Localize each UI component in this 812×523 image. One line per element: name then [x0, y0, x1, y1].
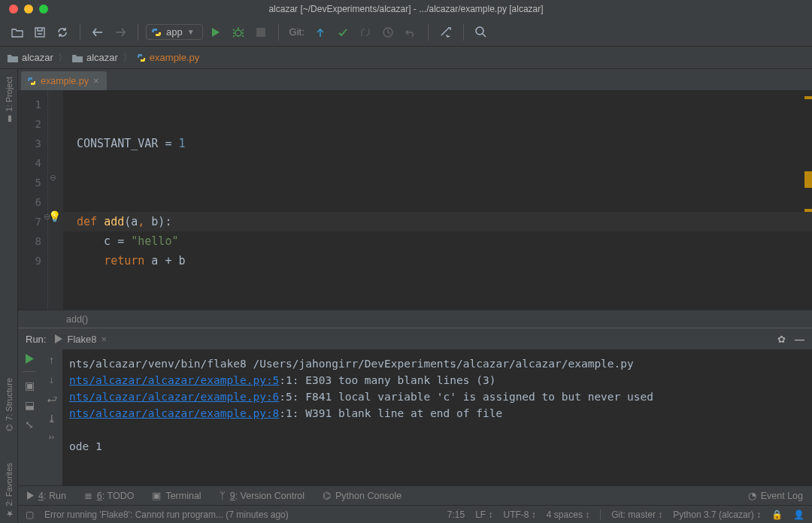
project-tool-button[interactable]: ▮ 1: Project [4, 72, 14, 128]
search-button[interactable] [471, 23, 491, 42]
crumb-label: alcazar [22, 52, 53, 63]
run-tool-window: Run: Flake8 × ✿ — ▣ ⬓ ⤡ [18, 328, 812, 485]
crumb-folder[interactable]: alcazar [72, 52, 118, 63]
status-bar: ▢ Error running 'Flake8': Cannot run pro… [18, 505, 812, 523]
crumb-file[interactable]: example.py [137, 52, 199, 63]
close-icon[interactable]: × [102, 334, 108, 345]
ide-man-icon[interactable]: 👤 [793, 509, 804, 520]
caret-position[interactable]: 7:15 [447, 509, 465, 520]
editor-tab-label: example.py [41, 76, 89, 86]
intention-bulb-icon[interactable]: 💡 [48, 210, 61, 222]
folder-icon [8, 53, 18, 62]
scroll-end-button[interactable]: ⤓ [47, 413, 56, 425]
tab-label: Python Console [335, 491, 401, 501]
down-button[interactable]: ↓ [49, 373, 54, 385]
layout-button[interactable]: ⬓ [25, 399, 35, 411]
tab-todo[interactable]: ≣6: TODO [84, 490, 135, 501]
settings-button[interactable] [436, 23, 456, 42]
debug-button[interactable] [229, 23, 248, 42]
indent-selector[interactable]: 4 spaces [547, 509, 589, 520]
status-msg-icon[interactable]: ▢ [26, 509, 34, 520]
close-icon[interactable]: × [93, 75, 99, 86]
star-icon: ★ [4, 509, 14, 518]
folder-icon: ▮ [4, 114, 14, 124]
stop-button[interactable] [251, 23, 271, 42]
sync-button[interactable] [53, 23, 72, 42]
minimize-icon[interactable]: — [795, 334, 804, 345]
code-area[interactable]: CONSTANT_VAR = 1 def add(a, b): c = "hel… [63, 90, 812, 310]
left-tool-strip: ▮ 1: Project ⌬ 7: Structure ★ 2: Favorit… [0, 69, 18, 523]
run-title-label: Run: [26, 334, 46, 345]
git-label: Git: [289, 26, 304, 38]
git-branch-selector[interactable]: Git: master [611, 509, 662, 520]
git-history-button[interactable] [378, 23, 398, 42]
up-button[interactable]: ↑ [49, 354, 54, 366]
python-icon: ⌬ [323, 490, 331, 501]
code-editor[interactable]: 123456789 ⊖ ⊖ 💡 CONSTANT_VAR = 1 def add… [18, 90, 812, 310]
stop-button[interactable]: ▣ [25, 379, 35, 391]
structure-tool-button[interactable]: ⌬ 7: Structure [4, 373, 14, 436]
open-button[interactable] [8, 23, 27, 42]
git-update-button[interactable] [311, 23, 330, 42]
tool-label: 7: Structure [5, 378, 14, 421]
git-commit-button[interactable] [333, 23, 353, 42]
gear-icon[interactable]: ✿ [777, 334, 786, 345]
rerun-button[interactable] [26, 354, 34, 364]
run-left-tools-2: ↑ ↓ ⮐ ⤓ ›› [41, 349, 63, 485]
svg-point-4 [476, 27, 483, 35]
console-output[interactable]: nts/alcazar/venv/bin/flake8 /Users/jahon… [63, 349, 812, 485]
save-button[interactable] [30, 23, 50, 42]
git-compare-button[interactable] [356, 23, 375, 42]
file-encoding[interactable]: UTF-8 [504, 509, 536, 520]
svg-rect-0 [35, 28, 44, 37]
chevron-right-icon: 〉 [58, 51, 68, 65]
tab-terminal[interactable]: ▣Terminal [152, 490, 201, 501]
run-tab[interactable]: Flake8 × [55, 334, 107, 345]
tab-run[interactable]: 4: Run [27, 491, 66, 501]
fold-icon[interactable]: ⊖ [50, 173, 56, 183]
editor-breadcrumb[interactable]: add() [18, 310, 812, 328]
git-rollback-button[interactable] [401, 23, 420, 42]
run-header: Run: Flake8 × ✿ — [18, 328, 812, 349]
tool-label: 1: Project [5, 77, 14, 111]
status-message[interactable]: Error running 'Flake8': Cannot run progr… [44, 509, 289, 520]
structure-icon: ⌬ [4, 424, 14, 431]
forward-button[interactable] [111, 23, 130, 42]
line-separator[interactable]: LF [475, 509, 492, 520]
editor-crumb-label: add() [66, 314, 88, 325]
more-button[interactable]: ›› [49, 432, 54, 441]
pyfile-icon [137, 53, 146, 62]
tab-vcs[interactable]: ᛘ9: Version Control [220, 491, 304, 501]
pyfile-icon [27, 77, 36, 86]
navigation-bar: alcazar 〉 alcazar 〉 example.py [0, 47, 812, 69]
chevron-down-icon: ▼ [187, 28, 195, 36]
lock-icon[interactable]: 🔒 [771, 509, 783, 520]
main-toolbar: app ▼ Git: [0, 18, 812, 47]
svg-point-1 [235, 30, 241, 36]
run-tab-label: Flake8 [67, 334, 96, 345]
editor-tab[interactable]: example.py × [21, 71, 107, 90]
favorites-tool-button[interactable]: ★ 2: Favorites [4, 458, 14, 523]
back-button[interactable] [88, 23, 108, 42]
tab-python-console[interactable]: ⌬Python Console [323, 490, 401, 501]
tool-label: 2: Favorites [5, 463, 14, 506]
line-gutter[interactable]: 123456789 [18, 90, 48, 310]
run-left-tools: ▣ ⬓ ⤡ [18, 349, 41, 485]
interpreter-selector[interactable]: Python 3.7 (alcazar) [673, 509, 761, 520]
bubble-icon: ◔ [748, 490, 756, 501]
tab-label: Event Log [761, 491, 803, 501]
crumb-project[interactable]: alcazar [8, 52, 53, 63]
folder-icon [72, 53, 83, 62]
run-button[interactable] [206, 23, 226, 42]
crumb-label: alcazar [86, 52, 118, 63]
run-config-selector[interactable]: app ▼ [146, 24, 203, 40]
window-title: alcazar [~/DevExperiments/alcazar] - ...… [0, 4, 812, 14]
pin-button[interactable]: ⤡ [25, 419, 34, 431]
bottom-tool-tabs: 4: Run ≣6: TODO ▣Terminal ᛘ9: Version Co… [18, 485, 812, 505]
svg-rect-2 [256, 28, 265, 37]
list-icon: ≣ [84, 490, 92, 501]
tab-event-log[interactable]: ◔Event Log [748, 490, 803, 501]
gutter-icons: ⊖ ⊖ 💡 [48, 90, 63, 310]
editor-tab-bar: example.py × [18, 69, 812, 90]
soft-wrap-button[interactable]: ⮐ [47, 393, 57, 405]
